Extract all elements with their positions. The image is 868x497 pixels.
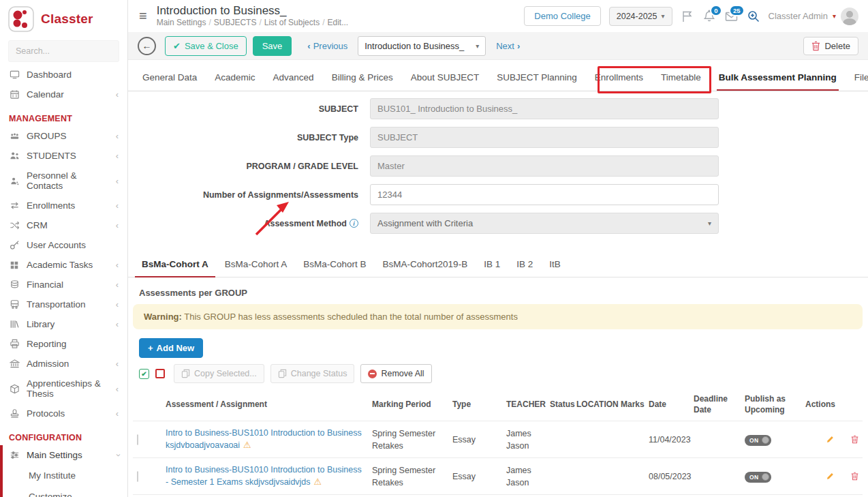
sidebar-item-label: Financial xyxy=(27,280,63,290)
delete-trash-icon[interactable] xyxy=(851,471,858,481)
tab-general-data[interactable]: General Data xyxy=(134,64,206,91)
assessment-method-dropdown[interactable]: Assignment with Criteria ▾ xyxy=(370,213,719,234)
tab-about-subject[interactable]: About SUBJECT xyxy=(402,64,489,91)
select-all-icon[interactable]: ✔ xyxy=(139,369,149,379)
user-menu[interactable]: Classter Admin ▾ xyxy=(769,7,858,25)
tab-timetable[interactable]: Timetable xyxy=(652,64,710,91)
breadcrumb-item[interactable]: SUBJECTS xyxy=(214,18,257,27)
sidebar-item-label: Personnel & Contacts xyxy=(27,170,109,191)
edit-pencil-icon[interactable] xyxy=(826,471,835,481)
tab-files-links[interactable]: Files & Links xyxy=(846,64,868,91)
tab-billing-prices[interactable]: Billing & Prices xyxy=(323,64,402,91)
zoom-in-icon[interactable] xyxy=(747,10,760,23)
back-button[interactable]: ← xyxy=(138,37,156,55)
sidebar-item-students[interactable]: STUDENTS ‹ xyxy=(0,146,127,166)
program-grade-level-field[interactable] xyxy=(370,155,719,177)
subject-form: SUBJECT SUBJECT Type PROGRAM / GRADE LEV… xyxy=(128,91,868,243)
publish-toggle[interactable]: ON xyxy=(745,435,771,446)
save-button[interactable]: Save xyxy=(253,36,292,56)
publish-toggle[interactable]: ON xyxy=(745,472,771,483)
sidebar-item-library[interactable]: Library ‹ xyxy=(0,314,127,334)
sidebar-item-calendar[interactable]: Calendar ‹ xyxy=(0,85,127,104)
tab-bulk-assessment-planning[interactable]: Bulk Assessment Planning xyxy=(710,64,846,91)
info-icon[interactable]: i xyxy=(350,219,358,228)
sidebar-item-protocols[interactable]: Protocols ‹ xyxy=(0,404,127,423)
warning-triangle-icon: ⚠ xyxy=(314,477,322,487)
academic-year-dropdown[interactable]: 2024-2025 ▾ xyxy=(609,7,672,26)
sidebar-item-reporting[interactable]: Reporting xyxy=(0,334,127,354)
sidebar-item-label: Enrollments xyxy=(27,200,75,211)
sidebar-item-user-accounts[interactable]: User Accounts xyxy=(0,235,127,255)
grid-icon xyxy=(9,260,20,270)
group-tab-5[interactable]: IB 2 xyxy=(508,255,541,277)
deselect-all-icon[interactable] xyxy=(155,369,165,378)
institution-button[interactable]: Demo College xyxy=(524,6,600,26)
sidebar-item-crm[interactable]: CRM ‹ xyxy=(0,215,127,235)
sidebar-item-label: GROUPS xyxy=(27,131,67,141)
sidebar-item-personnel-contacts[interactable]: Personnel & Contacts ‹ xyxy=(0,166,127,196)
caret-down-icon: ▾ xyxy=(833,12,836,20)
sidebar-item-financial[interactable]: Financial ‹ xyxy=(0,275,127,295)
column-marks: Marks xyxy=(617,389,645,421)
assessment-link[interactable]: Intro to Business-BUS1010 Introduction t… xyxy=(166,465,362,487)
avatar xyxy=(841,7,858,25)
sidebar-item-apprenticeships-thesis[interactable]: Apprenticeships & Thesis ‹ xyxy=(0,374,127,404)
group-tab-1[interactable]: BsMa-Cohort A xyxy=(217,255,296,277)
sidebar-section-management: MANAGEMENT xyxy=(0,106,127,126)
subject-type-field[interactable] xyxy=(370,127,719,148)
number-of-assessments-field[interactable] xyxy=(370,184,719,205)
subject-field[interactable] xyxy=(370,98,719,119)
sidebar-active-group: Main Settings ‹ My Institute Customize T… xyxy=(0,445,127,497)
row-checkbox[interactable] xyxy=(137,434,138,445)
table-row: Intro to Business-BUS1010 Introduction t… xyxy=(133,458,863,495)
group-tab-4[interactable]: IB 1 xyxy=(476,255,508,277)
chevron-icon: ‹ xyxy=(116,260,119,269)
bank-icon xyxy=(9,359,20,369)
search-input[interactable] xyxy=(8,40,119,62)
sidebar-item-customize-terminology[interactable]: Customize Terminology xyxy=(3,486,127,497)
group-tab-6[interactable]: ItB xyxy=(541,255,569,277)
change-status-button[interactable]: Change Status xyxy=(270,364,355,383)
sidebar-item-my-institute[interactable]: My Institute xyxy=(3,465,127,486)
sidebar-item-academic-tasks[interactable]: Academic Tasks ‹ xyxy=(0,255,127,275)
breadcrumb-item[interactable]: List of Subjects xyxy=(264,18,320,27)
brand[interactable]: Classter xyxy=(0,0,127,36)
group-tab-2[interactable]: BsMa-Cohort B xyxy=(295,255,374,277)
add-new-button[interactable]: +Add New xyxy=(139,338,203,358)
delete-button[interactable]: Delete xyxy=(803,37,858,55)
copy-selected-button[interactable]: Copy Selected... xyxy=(174,364,264,383)
remove-all-button[interactable]: Remove All xyxy=(360,364,431,383)
notifications-bell-icon[interactable]: 0 xyxy=(702,10,716,23)
assessments-table: Assessment / Assignment Marking Period T… xyxy=(133,389,863,497)
sidebar-item-groups[interactable]: GROUPS ‹ xyxy=(0,126,127,146)
group-tab-0[interactable]: BsMa-Cohort A xyxy=(134,255,217,277)
chevron-icon: ‹ xyxy=(116,201,119,210)
record-selector-dropdown[interactable]: Introduction to Business_ ▾ xyxy=(358,36,486,56)
sidebar-item-label: User Accounts xyxy=(27,240,86,250)
tab-subject-planning[interactable]: SUBJECT Planning xyxy=(488,64,586,91)
assessment-link[interactable]: Intro to Business-BUS1010 Introduction t… xyxy=(166,428,362,450)
sidebar-item-admission[interactable]: Admission ‹ xyxy=(0,354,127,374)
next-record-link[interactable]: Next› xyxy=(496,41,520,51)
sidebar-item-main-settings[interactable]: Main Settings ‹ xyxy=(3,445,127,465)
menu-toggle-icon[interactable]: ≡ xyxy=(139,8,147,24)
save-and-close-button[interactable]: ✔Save & Close xyxy=(165,36,247,56)
table-header-row: Assessment / Assignment Marking Period T… xyxy=(133,389,863,421)
edit-pencil-icon[interactable] xyxy=(826,434,835,445)
row-checkbox[interactable] xyxy=(137,471,138,482)
sidebar-item-transportation[interactable]: Transportation ‹ xyxy=(0,295,127,314)
tab-enrollments[interactable]: Enrollments xyxy=(586,64,652,91)
delete-trash-icon[interactable] xyxy=(851,434,858,445)
books-icon xyxy=(9,319,20,329)
sidebar-item-enrollments[interactable]: Enrollments ‹ xyxy=(0,196,127,215)
breadcrumb-item[interactable]: Main Settings xyxy=(157,18,206,27)
sidebar-item-dashboard[interactable]: Dashboard xyxy=(0,65,127,85)
previous-record-link[interactable]: ‹Previous xyxy=(307,41,347,51)
chevron-icon: ‹ xyxy=(116,151,119,160)
messages-envelope-icon[interactable]: 25 xyxy=(724,10,739,23)
tab-academic[interactable]: Academic xyxy=(206,64,264,91)
flag-icon[interactable] xyxy=(681,10,694,23)
arrow-left-icon: ← xyxy=(142,40,152,51)
group-tab-3[interactable]: BsMA-Cohort2019-B xyxy=(375,255,476,277)
tab-advanced[interactable]: Advanced xyxy=(264,64,323,91)
